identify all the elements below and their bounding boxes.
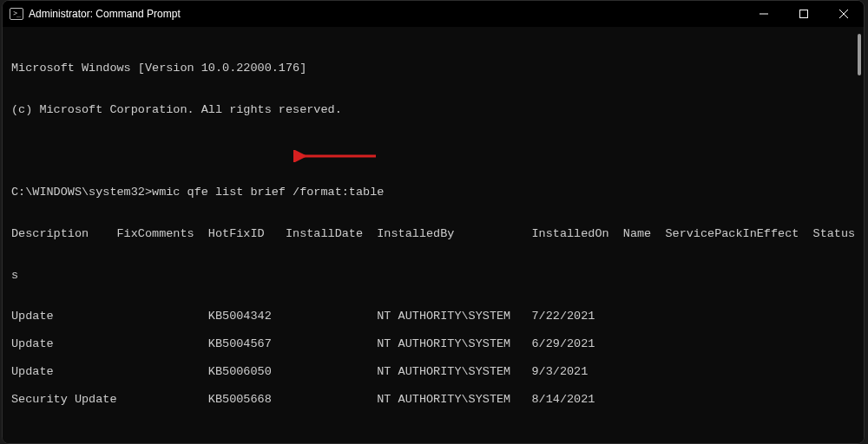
table-header-wrap: s xyxy=(11,269,855,283)
svg-rect-1 xyxy=(800,10,808,18)
table-row: Update KB5004342 NT AUTHORITY\SYSTEM 7/2… xyxy=(11,310,855,323)
maximize-button[interactable] xyxy=(784,1,824,27)
title-left: >_ Administrator: Command Prompt xyxy=(10,8,181,20)
maximize-icon xyxy=(799,10,808,18)
window-controls xyxy=(744,1,864,27)
table-rows: Update KB5004342 NT AUTHORITY\SYSTEM 7/2… xyxy=(11,310,855,420)
minimize-icon xyxy=(760,10,768,18)
cmd-icon: >_ xyxy=(10,8,23,20)
table-row: Update KB5006050 NT AUTHORITY\SYSTEM 9/3… xyxy=(11,365,855,379)
table-row: Update KB5004567 NT AUTHORITY\SYSTEM 6/2… xyxy=(11,337,855,351)
scrollbar-thumb[interactable] xyxy=(858,34,861,75)
command-line: C:\WINDOWS\system32>wmic qfe list brief … xyxy=(11,186,855,199)
table-header: Description FixComments HotFixID Install… xyxy=(11,227,855,241)
blank-line xyxy=(11,351,855,365)
blank-line xyxy=(11,379,855,393)
prompt: C:\WINDOWS\system32> xyxy=(11,186,152,199)
window-title: Administrator: Command Prompt xyxy=(29,8,181,20)
blank-line xyxy=(11,407,855,421)
terminal-area[interactable]: Microsoft Windows [Version 10.0.22000.17… xyxy=(3,27,864,444)
minimize-button[interactable] xyxy=(744,1,784,27)
entered-command: wmic qfe list brief /format:table xyxy=(152,186,384,199)
blank-line xyxy=(11,144,855,158)
table-row: Security Update KB5005668 NT AUTHORITY\S… xyxy=(11,393,855,407)
close-icon xyxy=(839,10,848,18)
copyright-line: (c) Microsoft Corporation. All rights re… xyxy=(11,103,855,117)
banner-line: Microsoft Windows [Version 10.0.22000.17… xyxy=(11,62,855,75)
titlebar[interactable]: >_ Administrator: Command Prompt xyxy=(3,1,864,27)
command-prompt-window: >_ Administrator: Command Prompt Microso… xyxy=(2,0,865,444)
close-button[interactable] xyxy=(824,1,864,27)
blank-line xyxy=(11,323,855,337)
